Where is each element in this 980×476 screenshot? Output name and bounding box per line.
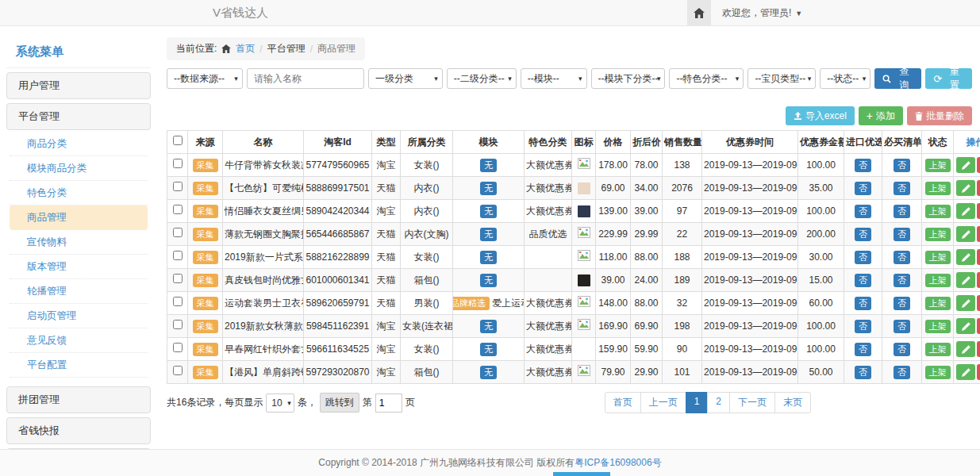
row-checkbox[interactable] [173, 205, 183, 214]
pager-item-上一页[interactable]: 上一页 [640, 392, 686, 413]
delete-button[interactable] [977, 226, 980, 242]
edit-button[interactable] [956, 364, 975, 380]
filter-select-data-source[interactable]: --数据来源-- [167, 68, 243, 89]
row-checkbox[interactable] [173, 297, 183, 306]
status-badge[interactable]: 上架 [925, 159, 951, 172]
must-buy-badge[interactable]: 否 [894, 274, 910, 287]
sidebar-item-平台配置[interactable]: 平台配置 [10, 353, 148, 378]
sidebar-item-启动页管理[interactable]: 启动页管理 [10, 304, 148, 328]
row-checkbox[interactable] [173, 343, 183, 352]
pager-item-2[interactable]: 2 [707, 392, 730, 413]
row-checkbox[interactable] [173, 228, 183, 237]
import-select-badge[interactable]: 否 [855, 251, 871, 264]
user-menu[interactable]: 欢迎您，管理员! ▼ [722, 6, 802, 20]
import-select-badge[interactable]: 否 [855, 159, 871, 172]
import-select-badge[interactable]: 否 [855, 228, 871, 241]
row-checkbox[interactable] [173, 366, 183, 375]
edit-button[interactable] [956, 249, 975, 265]
must-buy-badge[interactable]: 否 [894, 159, 910, 172]
pager-item-首页[interactable]: 首页 [605, 392, 641, 413]
import-select-badge[interactable]: 否 [855, 343, 871, 356]
sidebar-item-商品管理[interactable]: 商品管理 [10, 205, 148, 230]
sidebar-item-宣传物料[interactable]: 宣传物料 [10, 230, 148, 255]
add-button[interactable]: + 添加 [859, 106, 903, 125]
status-badge[interactable]: 上架 [925, 274, 951, 287]
sidebar-group-用户管理[interactable]: 用户管理 [6, 72, 151, 99]
import-select-badge[interactable]: 否 [855, 320, 871, 333]
must-buy-badge[interactable]: 否 [894, 205, 910, 218]
must-buy-badge[interactable]: 否 [894, 228, 910, 241]
pager-item-1[interactable]: 1 [686, 392, 709, 413]
row-checkbox[interactable] [173, 251, 183, 260]
filter-select-level1-category[interactable]: 一级分类 [368, 68, 443, 89]
edit-button[interactable] [956, 226, 975, 242]
sidebar-item-意见反馈[interactable]: 意见反馈 [10, 328, 148, 353]
filter-select-level2-category[interactable]: --二级分类-- [447, 68, 517, 89]
row-checkbox[interactable] [173, 182, 183, 191]
must-buy-badge[interactable]: 否 [894, 182, 910, 195]
status-badge[interactable]: 上架 [925, 320, 951, 333]
jump-button[interactable]: 跳转到 [320, 393, 359, 413]
jump-page-input[interactable] [375, 393, 402, 413]
must-buy-badge[interactable]: 否 [894, 251, 910, 264]
edit-button[interactable] [956, 341, 975, 357]
select-all-checkbox[interactable] [173, 136, 183, 145]
delete-button[interactable] [977, 364, 980, 380]
name-search-input[interactable] [247, 68, 364, 89]
sidebar-item-版本管理[interactable]: 版本管理 [10, 255, 148, 279]
import-select-badge[interactable]: 否 [855, 297, 871, 310]
sidebar-group-平台管理[interactable]: 平台管理 [6, 103, 151, 130]
import-select-badge[interactable]: 否 [855, 274, 871, 287]
edit-button[interactable] [956, 318, 975, 334]
row-checkbox[interactable] [173, 159, 183, 168]
icp-link[interactable]: 粤ICP备16098006号 [575, 456, 661, 470]
status-badge[interactable]: 上架 [925, 228, 951, 241]
page-size-select[interactable]: 10 [266, 393, 294, 413]
must-buy-badge[interactable]: 否 [894, 297, 910, 310]
status-badge[interactable]: 上架 [925, 182, 951, 195]
reset-button[interactable]: ⟳重置 [925, 68, 972, 89]
bulk-delete-button[interactable]: 批量删除 [907, 106, 972, 125]
import-select-badge[interactable]: 否 [855, 205, 871, 218]
row-checkbox[interactable] [173, 274, 183, 283]
sidebar-item-特色分类[interactable]: 特色分类 [10, 181, 148, 205]
delete-button[interactable] [977, 318, 980, 334]
filter-select-status[interactable]: --状态-- [820, 68, 870, 89]
delete-button[interactable] [977, 249, 980, 265]
status-badge[interactable]: 上架 [925, 343, 951, 356]
delete-button[interactable] [977, 157, 980, 173]
sidebar-item-商品分类[interactable]: 商品分类 [10, 132, 148, 156]
delete-button[interactable] [977, 203, 980, 219]
edit-button[interactable] [956, 203, 975, 219]
status-badge[interactable]: 上架 [925, 251, 951, 264]
must-buy-badge[interactable]: 否 [894, 343, 910, 356]
edit-button[interactable] [956, 157, 975, 173]
delete-button[interactable] [977, 180, 980, 196]
edit-button[interactable] [956, 295, 975, 311]
must-buy-badge[interactable]: 否 [894, 366, 910, 379]
filter-select-item-type[interactable]: --宝贝类型-- [747, 68, 816, 89]
import-select-badge[interactable]: 否 [855, 366, 871, 379]
sidebar-group-拼团管理[interactable]: 拼团管理 [6, 386, 151, 413]
delete-button[interactable] [977, 295, 980, 311]
status-badge[interactable]: 上架 [925, 366, 951, 379]
query-button[interactable]: 查询 [874, 68, 921, 89]
filter-select-module[interactable]: --模块-- [521, 68, 587, 89]
must-buy-badge[interactable]: 否 [894, 320, 910, 333]
sidebar-item-模块商品分类[interactable]: 模块商品分类 [10, 156, 148, 181]
filter-select-module-subcategory[interactable]: --模块下分类-- [591, 68, 666, 89]
home-button[interactable] [687, 0, 711, 26]
status-badge[interactable]: 上架 [925, 297, 951, 310]
breadcrumb-home-link[interactable]: 首页 [236, 42, 255, 56]
pager-item-末页[interactable]: 末页 [774, 392, 811, 413]
delete-button[interactable] [977, 272, 980, 288]
edit-button[interactable] [956, 272, 975, 288]
import-select-badge[interactable]: 否 [855, 182, 871, 195]
filter-select-feature-category[interactable]: --特色分类-- [669, 68, 744, 89]
pager-item-下一页[interactable]: 下一页 [729, 392, 775, 413]
edit-button[interactable] [956, 180, 975, 196]
row-checkbox[interactable] [173, 320, 183, 329]
delete-button[interactable] [977, 341, 980, 357]
status-badge[interactable]: 上架 [925, 205, 951, 218]
import-excel-button[interactable]: 导入excel [786, 106, 855, 125]
